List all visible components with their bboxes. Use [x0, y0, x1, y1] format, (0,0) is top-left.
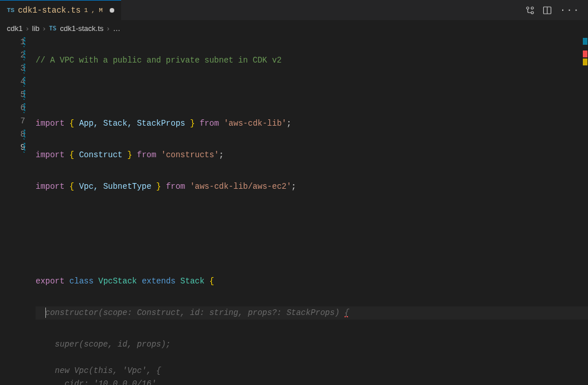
breadcrumb-folder[interactable]: lib: [32, 24, 40, 33]
svg-point-0: [527, 7, 529, 9]
typescript-file-icon: TS: [49, 25, 56, 32]
keyword: import: [36, 182, 64, 191]
inline-suggestion: {: [345, 308, 349, 317]
tab-bar: TS cdk1-stack.ts 1 , M ···: [0, 0, 588, 21]
chevron-right-icon: ›: [107, 24, 109, 33]
more-actions-icon[interactable]: ···: [560, 6, 580, 15]
inline-suggestion: super(scope, id, props);: [36, 340, 171, 349]
breadcrumbs[interactable]: cdk1 › lib › TS cdk1-stack.ts › …: [0, 21, 588, 36]
keyword: export: [36, 277, 64, 286]
ruler-warning-marker: [583, 59, 587, 65]
chevron-right-icon: ›: [26, 24, 28, 33]
line-number: 6: [0, 102, 25, 115]
breadcrumb-symbol[interactable]: …: [113, 24, 121, 33]
keyword: from: [200, 119, 219, 128]
import-names: App, Stack, StackProps: [79, 119, 185, 128]
unsaved-indicator: [110, 8, 114, 13]
keyword: import: [36, 119, 64, 128]
keyword: extends: [142, 277, 176, 286]
svg-point-1: [531, 7, 533, 9]
breadcrumb-file[interactable]: cdk1-stack.ts: [60, 24, 103, 33]
overview-ruler[interactable]: [581, 36, 588, 385]
line-number-gutter: 1 2 3 4 5 6 7 8 9: [0, 36, 36, 385]
tab-filename: cdk1-stack.ts: [18, 6, 80, 15]
line-number: 4: [0, 75, 25, 88]
class-name: Stack: [180, 277, 204, 286]
keyword: from: [137, 150, 156, 160]
import-names: Construct: [79, 150, 123, 160]
string-literal: 'aws-cdk-lib': [224, 119, 287, 128]
breadcrumb-folder[interactable]: cdk1: [7, 24, 22, 33]
line-number: 1: [0, 36, 25, 49]
line-number: 3: [0, 62, 25, 75]
string-literal: 'aws-cdk-lib/aws-ec2': [190, 182, 291, 191]
tab-problem-count: 1: [84, 7, 88, 14]
line-number: 9: [0, 141, 25, 154]
import-names: Vpc, SubnetType: [79, 182, 152, 191]
svg-point-2: [531, 11, 533, 14]
ruler-modified-marker: [583, 38, 587, 45]
split-editor-icon[interactable]: [543, 6, 552, 15]
source-control-compare-icon[interactable]: [525, 6, 535, 15]
keyword: import: [36, 150, 64, 160]
inline-suggestion: new Vpc(this, 'Vpc', {: [36, 366, 161, 375]
ruler-error-marker: [583, 50, 587, 57]
string-literal: 'constructs': [161, 150, 219, 160]
inline-suggestion: constructor(scope: Construct, id: string…: [45, 308, 345, 317]
line-number: 2: [0, 49, 25, 62]
tab-git-status: , M: [91, 7, 103, 14]
keyword: from: [166, 182, 185, 191]
line-number: 8: [0, 128, 25, 141]
tab-active[interactable]: TS cdk1-stack.ts 1 , M: [0, 0, 121, 20]
line-number: 7: [0, 115, 25, 128]
editor-title-actions: ···: [525, 0, 588, 20]
keyword: class: [69, 277, 94, 286]
class-name: VpcStack: [98, 277, 137, 286]
inline-suggestion: cidr: '10.0.0.0/16',: [36, 379, 161, 385]
code-area[interactable]: // A VPC with a public and private subne…: [36, 36, 588, 385]
line-number: 5: [0, 88, 25, 102]
code-editor[interactable]: 1 2 3 4 5 6 7 8 9 ▸ // A VPC with a publ…: [0, 36, 588, 385]
code-comment: // A VPC with a public and private subne…: [36, 56, 281, 65]
typescript-file-icon: TS: [7, 7, 14, 14]
chevron-right-icon: ›: [43, 24, 45, 33]
